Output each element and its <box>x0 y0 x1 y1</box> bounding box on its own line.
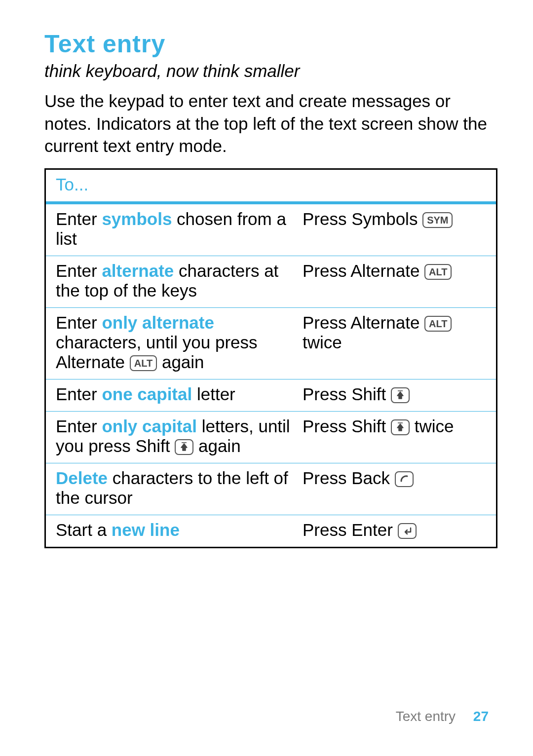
table-row: Enter one capital letter Press Shift <box>46 379 496 411</box>
text: Enter <box>56 416 102 436</box>
table-header: To... <box>46 170 496 204</box>
text: Press Shift <box>303 416 391 436</box>
shift-key-icon <box>175 439 193 455</box>
table-row: Enter only alternate characters, until y… <box>46 307 496 379</box>
text: again <box>193 436 240 455</box>
keyword: symbols <box>102 209 172 228</box>
sym-key-icon: SYM <box>422 212 453 228</box>
keyword: new line <box>112 520 180 539</box>
shift-key-icon <box>391 387 410 403</box>
alt-key-icon: ALT <box>424 264 452 280</box>
row-description: Enter only capital letters, until you pr… <box>56 416 303 456</box>
row-description: Enter symbols chosen from a list <box>56 209 303 249</box>
keyword: one capital <box>102 384 192 404</box>
page-footer: Text entry 27 <box>396 709 489 724</box>
row-description: Enter only alternate characters, until y… <box>56 313 303 372</box>
footer-page-number: 27 <box>473 709 489 724</box>
enter-key-icon <box>398 523 417 539</box>
row-description: Delete characters to the left of the cur… <box>56 468 303 508</box>
back-key-icon <box>395 471 414 487</box>
row-action: Press Alternate ALT twice <box>303 313 486 372</box>
row-action: Press Symbols SYM <box>303 209 486 249</box>
alt-key-icon: ALT <box>130 355 157 371</box>
table-row: Enter only capital letters, until you pr… <box>46 411 496 463</box>
text: twice <box>303 333 342 352</box>
text: letter <box>192 384 235 404</box>
text: twice <box>410 416 454 436</box>
text: Press Back <box>303 468 395 488</box>
row-description: Enter one capital letter <box>56 384 303 404</box>
keyword: alternate <box>102 261 174 280</box>
row-action: Press Alternate ALT <box>303 261 486 301</box>
text: Enter <box>56 209 102 228</box>
row-description: Start a new line <box>56 520 303 540</box>
row-action: Press Shift <box>303 384 486 404</box>
table-row: Start a new line Press Enter <box>46 515 496 547</box>
intro-paragraph: Use the keypad to enter text and create … <box>44 90 495 157</box>
keyword: only alternate <box>102 313 214 332</box>
row-description: Enter alternate characters at the top of… <box>56 261 303 301</box>
alt-key-icon: ALT <box>424 316 452 332</box>
text: Press Alternate <box>303 313 424 332</box>
table-row: Enter alternate characters at the top of… <box>46 256 496 307</box>
row-action: Press Shift twice <box>303 416 486 456</box>
text: Enter <box>56 313 102 332</box>
row-action: Press Back <box>303 468 486 508</box>
keyword: Delete <box>56 468 108 488</box>
table-row: Enter symbols chosen from a list Press S… <box>46 204 496 256</box>
footer-section-label: Text entry <box>396 709 456 724</box>
text: Press Symbols <box>303 209 422 228</box>
subtitle: think keyboard, now think smaller <box>44 61 495 81</box>
text: Press Alternate <box>303 261 424 280</box>
text: again <box>157 352 204 372</box>
text: Enter <box>56 261 102 280</box>
text: Enter <box>56 384 102 404</box>
page-body: Text entry think keyboard, now think sma… <box>0 0 533 756</box>
text: Press Shift <box>303 384 391 404</box>
text: Press Enter <box>303 520 398 539</box>
keyword: only capital <box>102 416 197 436</box>
shift-key-icon <box>391 419 410 435</box>
text: Start a <box>56 520 112 539</box>
instructions-table: To... Enter symbols chosen from a list P… <box>44 168 497 548</box>
page-title: Text entry <box>44 30 495 58</box>
table-row: Delete characters to the left of the cur… <box>46 463 496 515</box>
row-action: Press Enter <box>303 520 486 540</box>
